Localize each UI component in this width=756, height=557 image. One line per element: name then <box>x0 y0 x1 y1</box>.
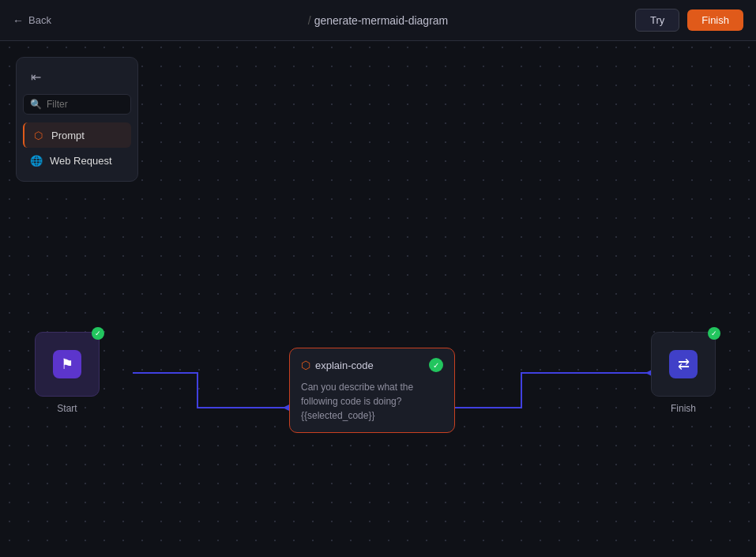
header-actions: Try Finish <box>635 9 743 32</box>
svg-marker-0 <box>283 405 289 411</box>
sidebar-item-prompt-label: Prompt <box>51 130 85 141</box>
prompt-card-check: ✓ <box>429 358 443 372</box>
start-node-label: Start <box>57 403 77 414</box>
finish-node-icon: ⇄ <box>669 350 698 378</box>
search-icon: 🔍 <box>30 99 42 110</box>
route-title: / generate-mermaid-diagram <box>308 14 449 27</box>
prompt-card-node[interactable]: ⬡ explain-code ✓ Can you describe what t… <box>289 348 455 433</box>
sidebar-collapse-button[interactable]: ⇤ <box>23 66 48 88</box>
sidebar-panel: ⇤ 🔍 ⬡ Prompt 🌐 Web Request <box>16 57 138 182</box>
back-arrow-icon: ← <box>13 14 24 27</box>
back-button[interactable]: ← Back <box>13 14 51 27</box>
finish-node[interactable]: ⇄ ✓ Finish <box>651 332 716 414</box>
start-node-icon: ⚑ <box>53 350 81 378</box>
slash-separator: / <box>308 14 311 27</box>
sidebar-item-web-label: Web Request <box>50 155 112 167</box>
main-canvas: ⇤ 🔍 ⬡ Prompt 🌐 Web Request <box>0 41 756 557</box>
sidebar-item-prompt[interactable]: ⬡ Prompt <box>23 122 131 148</box>
start-node[interactable]: ⚑ ✓ Start <box>35 332 100 414</box>
start-node-check: ✓ <box>92 327 104 340</box>
prompt-card-icon: ⬡ <box>301 359 310 371</box>
prompt-card-body: Can you describe what the following code… <box>301 380 443 423</box>
route-name-label: generate-mermaid-diagram <box>314 14 449 27</box>
sidebar-item-web-request[interactable]: 🌐 Web Request <box>23 148 131 173</box>
try-button[interactable]: Try <box>635 9 679 32</box>
prompt-icon: ⬡ <box>31 128 45 142</box>
prompt-card-header: ⬡ explain-code ✓ <box>301 358 443 372</box>
finish-node-label: Finish <box>671 403 696 414</box>
web-request-icon: 🌐 <box>29 153 43 167</box>
finish-button[interactable]: Finish <box>687 9 743 31</box>
prompt-card-title: ⬡ explain-code <box>301 359 374 371</box>
header: ← Back / generate-mermaid-diagram Try Fi… <box>0 0 756 41</box>
back-label: Back <box>28 14 51 26</box>
filter-container: 🔍 <box>23 94 131 115</box>
filter-input[interactable] <box>47 99 124 110</box>
finish-node-check: ✓ <box>708 327 720 340</box>
collapse-icon: ⇤ <box>31 70 41 85</box>
prompt-card-title-text: explain-code <box>315 359 374 371</box>
